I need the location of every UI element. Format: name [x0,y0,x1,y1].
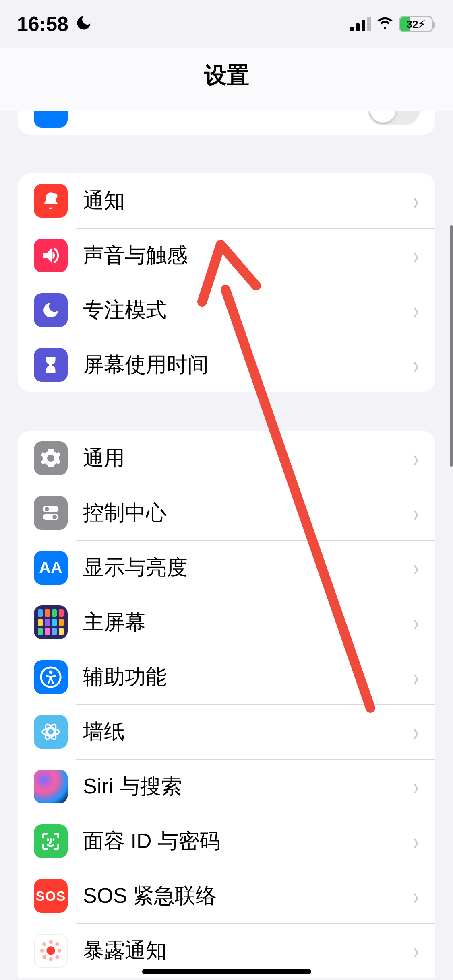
settings-row-label: 声音与触感 [83,241,412,270]
settings-row-label: 控制中心 [83,499,412,527]
svg-point-15 [58,949,62,953]
svg-point-2 [45,507,49,511]
svg-point-6 [49,671,53,674]
battery-text: 32⚡︎ [400,18,432,31]
scroll-indicator[interactable] [450,225,453,467]
svg-point-13 [49,957,53,961]
settings-row-label: 通用 [83,444,412,472]
settings-group-attention: 通知 › 声音与触感 › 专注模式 › 屏幕使用时间 › [18,173,435,392]
settings-group-general: 通用 › 控制中心 › AA 显示与亮度 › 主屏幕 › [18,431,435,978]
sound-icon [34,239,68,272]
settings-row-focus[interactable]: 专注模式 › [18,283,435,338]
settings-row-general[interactable]: 通用 › [18,431,435,486]
settings-row-face-id-passcode[interactable]: 面容 ID 与密码 › [18,814,435,869]
settings-row-display-brightness[interactable]: AA 显示与亮度 › [18,540,435,595]
settings-row-label: 暴露通知 [83,937,412,965]
settings-row-label: 显示与亮度 [83,554,412,582]
chevron-right-icon: › [413,828,419,855]
chevron-right-icon: › [413,663,419,691]
chevron-right-icon: › [413,445,419,472]
chevron-right-icon: › [413,242,419,270]
previous-group-partial [18,111,435,135]
chevron-right-icon: › [413,609,419,636]
sos-icon: SOS [34,879,68,913]
status-time: 16:58 [17,12,68,36]
svg-point-11 [46,946,55,955]
home-screen-icon [34,605,68,639]
settings-row-label: Siri 与搜索 [83,772,412,801]
svg-point-4 [52,515,57,519]
chevron-right-icon: › [413,773,419,801]
wallpaper-icon [34,715,68,749]
svg-point-14 [40,949,44,953]
settings-row-label: SOS 紧急联络 [83,882,412,910]
display-brightness-icon: AA [34,551,68,585]
chevron-right-icon: › [413,351,419,379]
settings-row-emergency-sos[interactable]: SOS SOS 紧急联络 › [18,869,435,923]
chevron-right-icon: › [413,882,419,910]
settings-row-home-screen[interactable]: 主屏幕 › [18,595,435,650]
chevron-right-icon: › [413,554,419,582]
cellular-signal-icon [350,17,371,31]
home-indicator[interactable] [142,969,311,974]
battery-icon: 32⚡︎ [399,16,433,32]
svg-point-18 [42,955,46,959]
svg-point-8 [42,729,59,735]
status-bar: 16:58 32⚡︎ [0,0,453,48]
notifications-icon [34,184,68,218]
settings-row-siri-search[interactable]: Siri 与搜索 › [18,759,435,814]
settings-row-label: 辅助功能 [83,663,412,691]
screen-time-icon [34,348,68,382]
page-title: 设置 [0,60,453,91]
previous-row-icon [34,111,68,128]
settings-row-label: 墙纸 [83,718,412,746]
settings-row-accessibility[interactable]: 辅助功能 › [18,650,435,704]
do-not-disturb-icon [75,14,93,36]
accessibility-icon [34,660,68,694]
settings-row-label: 通知 [83,187,412,215]
face-id-icon [34,824,68,858]
svg-point-19 [55,955,59,959]
wifi-icon [376,14,393,35]
focus-icon [34,293,68,327]
svg-point-17 [55,942,59,946]
control-center-icon [34,496,68,530]
settings-row-notifications[interactable]: 通知 › [18,173,435,228]
status-right: 32⚡︎ [350,14,433,35]
settings-row-control-center[interactable]: 控制中心 › [18,486,435,540]
chevron-right-icon: › [413,296,419,324]
previous-row-toggle[interactable] [368,111,420,125]
siri-icon [34,770,68,803]
nav-header: 设置 [0,48,453,111]
settings-row-screen-time[interactable]: 屏幕使用时间 › [18,338,435,392]
general-icon [34,441,68,475]
svg-point-12 [49,940,53,944]
settings-row-sounds-haptics[interactable]: 声音与触感 › [18,228,435,283]
settings-row-label: 面容 ID 与密码 [83,827,412,855]
chevron-right-icon: › [413,937,419,965]
status-left: 16:58 [17,12,93,36]
chevron-right-icon: › [413,187,419,215]
settings-row-label: 屏幕使用时间 [83,351,412,379]
chevron-right-icon: › [413,718,419,746]
settings-row-wallpaper[interactable]: 墙纸 › [18,704,435,759]
exposure-notification-icon [34,934,68,968]
svg-point-0 [52,193,58,198]
chevron-right-icon: › [413,499,419,527]
settings-row-label: 专注模式 [83,296,412,324]
svg-point-16 [42,942,46,946]
settings-row-label: 主屏幕 [83,608,412,636]
